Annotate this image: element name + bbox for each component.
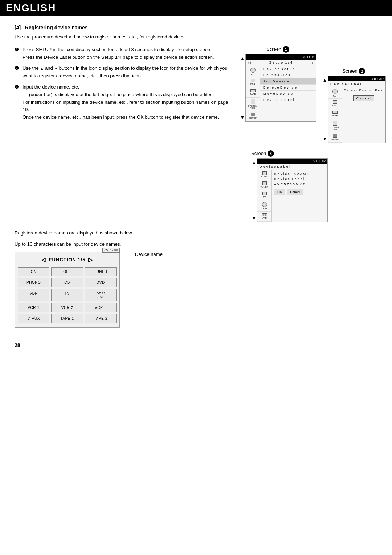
tuner-label: TUNER — [260, 186, 268, 188]
sidebar-cd-icon: CD — [246, 66, 260, 77]
screen2-header: SETUP — [328, 76, 385, 81]
btn-dvd[interactable]: DVD — [85, 278, 117, 287]
screen2-content: CD CDR TAPE — [328, 87, 385, 143]
screen2-nav-arrows: ▲ ▼ — [322, 76, 328, 143]
remote-nav-right[interactable]: ▷ — [88, 256, 93, 263]
syscall-icon — [251, 99, 255, 104]
s2-cd-label: CD — [333, 95, 336, 97]
screen3-label: Screen 3 — [251, 150, 274, 157]
btn-off[interactable]: OFF — [51, 267, 83, 276]
section-number: [4] — [15, 25, 21, 30]
btn-tape1[interactable]: TAPE-1 — [51, 314, 83, 323]
page-number: 28 — [15, 342, 377, 348]
step-2: ❷ Use the ▲ and ▼ buttons in the icon di… — [15, 65, 232, 80]
screen3-row: Screen 3 ▲ ▼ SETUP D e v i c e L a b e l — [240, 150, 377, 222]
btn-vcr1[interactable]: VCR-1 — [18, 303, 49, 312]
screen2-syscall-icon: SYSTEMCALL — [328, 119, 342, 132]
btn-tape2[interactable]: TAPE-2 — [85, 314, 117, 323]
remote-box: ◁ FUNCTION 1/5 ▷ ON OFF TUNER PHONO CD D… — [15, 252, 120, 328]
s2-select-device-key: S e l e c t D e v i c e K e y — [342, 87, 385, 93]
screen3-box: SETUP D e v i c e L a b e l AVAMP — [257, 158, 328, 222]
screen3-avamp-icon: AVAMP — [257, 170, 271, 180]
bottom-section: Registered device names are displayed as… — [15, 229, 377, 328]
dvd-disc-icon — [262, 202, 267, 207]
page-header: ENGLISH — [0, 0, 392, 16]
remote-grid: ON OFF TUNER PHONO CD DVD VDP TV DBS/SAT… — [18, 267, 117, 323]
s2-setup-label: SETUP — [331, 138, 339, 140]
screen2-tape-icon: TAPE — [328, 109, 342, 119]
bottom-text2: Up to 16 characters can be input for dev… — [15, 241, 377, 248]
step-1-num: ❶ — [15, 46, 20, 54]
s2-setup-icon — [333, 134, 337, 138]
remote-page-text: FUNCTION 1/5 — [49, 257, 86, 262]
btn-vcr3[interactable]: VCR-3 — [85, 303, 117, 312]
screen1-down-arrow: ▼ — [240, 114, 245, 120]
sidebar-syscall-label: SYSTEMCALL — [248, 105, 257, 109]
screen1-box: SETUP ◁ S e t u p 1 / 4 ▷ CD — [245, 54, 316, 122]
screen3-header: SETUP — [257, 159, 327, 164]
screen3-ok-btn[interactable]: OK — [274, 189, 285, 195]
cd-disc-icon — [250, 68, 256, 73]
screen3-section: Screen 3 ▲ ▼ SETUP D e v i c e L a b e l — [251, 150, 328, 222]
s2-tape-icon — [332, 111, 338, 114]
screen2-sidebar: CD CDR TAPE — [328, 87, 342, 143]
step-2-num: ❷ — [15, 65, 20, 72]
menu-delete-device: D e l e t e D e v i c e — [260, 85, 316, 91]
header-title: ENGLISH — [6, 2, 56, 13]
screen2-cd-icon: CD — [328, 87, 342, 99]
screen1-up-arrow: ▲ — [240, 56, 245, 61]
screen2-cancel-btn[interactable]: C a n c e l — [353, 95, 375, 101]
screen3-buttons: OK Cancel — [274, 189, 325, 195]
screen3-dvd-icon: DVD — [257, 200, 271, 212]
vcr-label: VCR — [262, 217, 267, 219]
btn-on[interactable]: ON — [18, 267, 49, 276]
tv-label: TV — [263, 196, 266, 198]
screen3-down-arrow: ▼ — [252, 215, 257, 221]
screen3-tuner-icon: TUNER — [257, 180, 271, 190]
btn-cd[interactable]: CD — [51, 278, 83, 287]
screen3-nav-arrows: ▲ ▼ — [251, 158, 257, 222]
btn-vaux[interactable]: V. AUX — [18, 314, 49, 323]
screen1-nav-arrows: ▲ ▼ — [240, 54, 245, 122]
remote-nav-left[interactable]: ◁ — [41, 256, 46, 263]
screen2-title: D e v i c e L a b e l — [328, 81, 385, 87]
btn-dbs-sat[interactable]: DBS/SAT — [85, 289, 117, 301]
step-1-text: Press SETUP in the icon display section … — [23, 46, 232, 61]
setup-icon — [251, 113, 255, 116]
screen1-label: Screen 1 — [266, 46, 289, 53]
menu-device-label: D e v i c e L a b e l — [260, 97, 316, 103]
screen3-container: ▲ ▼ SETUP D e v i c e L a b e l AVAMP — [251, 158, 328, 222]
screen3-sidebar: AVAMP TUNER TV — [257, 170, 272, 222]
section-heading: [4] Registering device names — [15, 25, 377, 30]
sidebar-setup-icon: SETUP — [246, 111, 260, 121]
screen1-section: Screen 1 ▲ ▼ SETUP ◁ S e — [240, 46, 316, 122]
screen2-cdr-icon: CDR — [328, 99, 342, 109]
device-name-label: Device name — [135, 252, 163, 257]
screen3-cancel-btn[interactable]: Cancel — [287, 189, 303, 195]
btn-phono[interactable]: PHONO — [18, 278, 49, 287]
vcr-icon — [262, 213, 267, 216]
remote-page-nav: ◁ FUNCTION 1/5 ▷ — [18, 255, 117, 265]
tuner-icon — [262, 181, 267, 185]
avr-badge-wrapper: AVR5800 — [102, 246, 120, 253]
screen2-down-arrow: ▼ — [322, 136, 327, 142]
vcr-reel-right — [265, 214, 266, 216]
screen1-num: 1 — [283, 46, 289, 53]
screen2-menu: S e l e c t D e v i c e K e y C a n c e … — [342, 87, 385, 143]
vcr-reel-left — [263, 214, 264, 216]
bottom-text1: Registered device names are displayed as… — [15, 229, 377, 237]
dvd-label: DVD — [262, 208, 267, 210]
btn-vcr2[interactable]: VCR-2 — [51, 303, 83, 312]
screen1-sidebar: CD CDR TAPE — [246, 66, 260, 121]
screen1-main-area: CD CDR TAPE — [246, 66, 316, 121]
steps-area: ❶ Press SETUP in the icon display sectio… — [15, 46, 232, 222]
screens-top-row: Screen 1 ▲ ▼ SETUP ◁ S e — [240, 46, 377, 143]
btn-tv[interactable]: TV — [51, 289, 83, 301]
step-1: ❶ Press SETUP in the icon display sectio… — [15, 46, 232, 61]
btn-tuner[interactable]: TUNER — [85, 267, 117, 276]
screen1-nav-right: ▷ — [311, 61, 314, 65]
s2-cd-disc — [332, 89, 338, 94]
btn-vdp[interactable]: VDP — [18, 289, 49, 301]
s2-cdr-icon — [333, 100, 337, 104]
step-2-text: Use the ▲ and ▼ buttons in the icon disp… — [23, 65, 232, 80]
